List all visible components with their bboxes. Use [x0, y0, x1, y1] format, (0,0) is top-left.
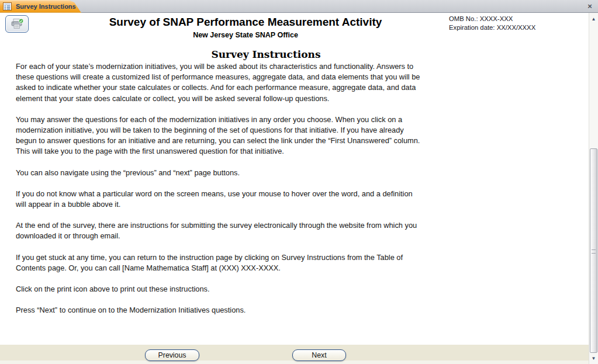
scroll-down-icon[interactable]: ▼	[589, 356, 598, 361]
form-icon	[3, 2, 12, 11]
instructions-paragraph: You can also navigate using the “previou…	[16, 168, 524, 178]
section-heading: Survey Instructions	[0, 48, 532, 60]
instructions-paragraph: You may answer the questions for each of…	[16, 115, 524, 157]
instructions-paragraph: If you do not know what a particular wor…	[16, 189, 524, 210]
scrollbar[interactable]: ▲ ▼	[589, 13, 598, 364]
close-icon[interactable]: ×	[585, 1, 595, 12]
instructions-paragraph: If you get stuck at any time, you can re…	[16, 252, 524, 273]
omb-number: OMB No.: XXXX-XXX	[449, 15, 535, 23]
instructions-paragraph: At the end of the survey, there are inst…	[16, 220, 524, 241]
omb-info: OMB No.: XXXX-XXX Expiration date: XX/XX…	[449, 15, 535, 32]
expiration-date: Expiration date: XX/XX/XXXX	[449, 23, 535, 32]
instructions-paragraph: Click on the print icon above to print o…	[16, 284, 524, 294]
instructions-text: For each of your state’s modernization i…	[16, 61, 524, 326]
tab-label: Survey Instructions	[16, 0, 76, 13]
instructions-paragraph: For each of your state’s modernization i…	[16, 61, 524, 104]
instructions-paragraph: Press “Next” to continue on to the Moder…	[16, 305, 524, 316]
tab-survey-instructions[interactable]: Survey Instructions	[0, 0, 81, 13]
page-title: Survey of SNAP Performance Measurement A…	[0, 16, 491, 28]
previous-button[interactable]: Previous	[145, 349, 199, 361]
tab-bar: Survey Instructions ×	[0, 0, 598, 13]
page-subtitle: New Jersey State SNAP Office	[0, 31, 491, 39]
footer-substrip	[0, 360, 589, 364]
survey-window: Survey Instructions × Survey of SNAP Per…	[0, 0, 598, 364]
scrollbar-thumb[interactable]	[590, 148, 597, 353]
scroll-up-icon[interactable]: ▲	[589, 16, 598, 22]
next-button[interactable]: Next	[292, 349, 346, 361]
scrollbar-grip	[592, 249, 596, 254]
